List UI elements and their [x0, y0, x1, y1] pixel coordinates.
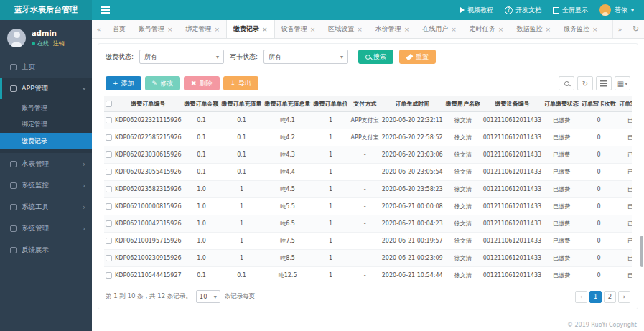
sidebar-subitem-binding[interactable]: 绑定管理 — [0, 116, 92, 133]
home-icon — [10, 64, 17, 70]
table-row[interactable]: KDP0621001957159261.01吨7.51-2020-06-21 0… — [104, 233, 632, 250]
cell-write-count: 0 — [580, 164, 617, 181]
row-checkbox[interactable] — [106, 255, 112, 261]
row-checkbox[interactable] — [106, 151, 112, 158]
cell-unit-price: 1 — [312, 146, 350, 164]
card-status-select[interactable]: 所有 ▾ — [263, 50, 348, 64]
tab-data-monitor[interactable]: 数据监控× — [510, 20, 557, 38]
tab-home[interactable]: 首页 — [106, 20, 132, 38]
table-refresh-button[interactable]: ↻ — [577, 76, 593, 90]
page-button-2[interactable]: 2 — [604, 291, 616, 303]
sidebar-item-feedback[interactable]: 反馈展示 — [0, 239, 92, 261]
table-search-button[interactable] — [559, 76, 574, 90]
tab-cron[interactable]: 定时任务× — [463, 20, 510, 38]
cell-recharge-amount: 1 — [220, 198, 263, 215]
tab-online-users[interactable]: 在线用户× — [416, 20, 463, 38]
select-all-checkbox[interactable] — [106, 101, 112, 107]
page-prev-button[interactable]: ‹ — [575, 291, 587, 303]
sidebar-item-system-monitor[interactable]: 系统监控› — [0, 174, 92, 196]
logout-link[interactable]: 注销 — [53, 39, 65, 47]
sidebar-subitem-payment-records[interactable]: 缴费记录 — [0, 133, 92, 149]
close-icon[interactable]: × — [357, 26, 363, 33]
tab-account[interactable]: 账号管理× — [132, 20, 179, 38]
table-row[interactable]: KDP0621000008159261.01吨5.51-2020-06-21 0… — [104, 198, 632, 215]
sidebar-subitem-account[interactable]: 账号管理 — [0, 100, 92, 116]
edit-button[interactable]: ✎修改 — [145, 76, 181, 90]
video-tutorial-link[interactable]: 视频教程 — [460, 6, 493, 15]
tab-service-monitor[interactable]: 服务监控× — [557, 20, 605, 38]
user-menu[interactable]: 若依 ▾ — [599, 4, 634, 16]
close-icon[interactable]: × — [592, 26, 598, 33]
close-icon[interactable]: × — [310, 26, 316, 33]
tab-payment-records[interactable]: 缴费记录× — [226, 20, 275, 38]
table-row[interactable]: KDP0620235823159261.01吨4.51-2020-06-20 2… — [104, 181, 632, 198]
sidebar-item-app[interactable]: APP管理› — [0, 78, 92, 99]
sidebar-profile: admin 在线 注销 — [0, 20, 92, 56]
sidebar-item-system-tools[interactable]: 系统工具› — [0, 196, 92, 218]
close-icon[interactable]: × — [404, 26, 410, 33]
cell-device-no: 0012110612011433 — [482, 129, 543, 146]
close-icon[interactable]: × — [451, 26, 457, 33]
tabs-scroll-right-button[interactable]: » — [612, 20, 627, 38]
tab-region[interactable]: 区域设置× — [322, 20, 369, 38]
table-row[interactable]: KDP0620230554159260.10.1吨4.41-2020-06-20… — [104, 164, 632, 181]
add-button[interactable]: +添加 — [106, 76, 141, 90]
profile-avatar[interactable] — [7, 29, 26, 47]
row-checkbox[interactable] — [106, 220, 112, 227]
close-icon[interactable]: × — [545, 26, 551, 33]
close-icon[interactable]: × — [167, 26, 173, 33]
cell-total-amount: 吨8.5 — [263, 250, 312, 267]
chevron-down-icon: ▾ — [216, 54, 219, 60]
dev-docs-link[interactable]: ? 开发文档 — [505, 6, 541, 15]
records-table-wrap: 缴费订单编号缴费订单金额缴费订单充值量缴费订单充值总量缴费订单单价支付方式订单生… — [104, 96, 632, 284]
table-layout-button[interactable]: ▦▾ — [615, 76, 630, 90]
row-checkbox-cell — [104, 112, 113, 129]
row-checkbox[interactable] — [106, 203, 112, 210]
tabs-scroll-left-button[interactable]: « — [92, 20, 106, 38]
search-button-label: 搜索 — [373, 52, 386, 62]
reset-button[interactable]: 重置 — [399, 50, 436, 64]
row-checkbox[interactable] — [106, 169, 112, 175]
row-checkbox[interactable] — [106, 186, 112, 192]
sidebar-item-home[interactable]: 主页 — [0, 56, 92, 78]
table-tool-icons: ↻ ▦▾ — [559, 76, 630, 90]
tab-water-price[interactable]: 水价管理× — [369, 20, 416, 38]
page-size-select[interactable]: 10 ▾ — [196, 290, 220, 303]
table-columns-button[interactable] — [596, 76, 612, 90]
sidebar-item-system-manage[interactable]: 系统管理› — [0, 218, 92, 239]
search-button[interactable]: 搜索 — [358, 50, 393, 64]
close-icon[interactable]: × — [498, 26, 504, 33]
table-row[interactable]: KDP0620223211159260.10.1吨4.11APP支付宝2020-… — [104, 112, 632, 129]
table-row[interactable]: KDP0620225852159260.10.1吨4.21APP支付宝2020-… — [104, 129, 632, 146]
online-status: 在线 — [37, 39, 49, 47]
row-checkbox[interactable] — [106, 117, 112, 123]
sidebar-toggle-button[interactable] — [92, 0, 119, 20]
delete-button[interactable]: ✖删除 — [184, 76, 220, 90]
row-checkbox[interactable] — [106, 238, 112, 244]
cell-pay-status: 已缴费 — [543, 181, 580, 198]
table-row[interactable]: KDP0621002309159261.01吨8.51-2020-06-21 0… — [104, 250, 632, 267]
sidebar-item-water-meter[interactable]: 水表管理› — [0, 153, 92, 174]
page-next-button[interactable]: › — [618, 291, 630, 303]
sidebar-item-label: 系统管理 — [22, 224, 78, 233]
close-icon[interactable]: × — [262, 26, 268, 33]
payment-status-select[interactable]: 所有 ▾ — [139, 50, 224, 64]
table-row[interactable]: KDP0621105444159270.10.1吨12.51-2020-06-2… — [104, 267, 632, 284]
cell-unit-price: 1 — [312, 233, 350, 250]
row-checkbox-cell — [104, 198, 113, 215]
row-checkbox[interactable] — [106, 272, 112, 279]
table-row[interactable]: KDP0621000423159261.01吨6.51-2020-06-21 0… — [104, 215, 632, 233]
topbar-links: 视频教程 ? 开发文档 全屏显示 若依 ▾ — [460, 4, 644, 16]
tabs-refresh-button[interactable]: ↻ — [627, 20, 644, 38]
table-row[interactable]: KDP0620230306159260.10.1吨4.31-2020-06-20… — [104, 146, 632, 164]
row-checkbox[interactable] — [106, 134, 112, 141]
page-button-1[interactable]: 1 — [589, 291, 602, 303]
fullscreen-link[interactable]: 全屏显示 — [553, 6, 588, 15]
cell-write-status: 已写入 — [617, 250, 632, 267]
window-scrollbar-thumb[interactable] — [640, 236, 643, 267]
cell-created-time: 2020-06-21 10:54:44 — [381, 267, 444, 284]
tab-device[interactable]: 设备管理× — [275, 20, 322, 38]
export-button[interactable]: ↓导出 — [223, 76, 259, 90]
tab-binding[interactable]: 绑定管理× — [179, 20, 227, 38]
close-icon[interactable]: × — [215, 26, 220, 33]
